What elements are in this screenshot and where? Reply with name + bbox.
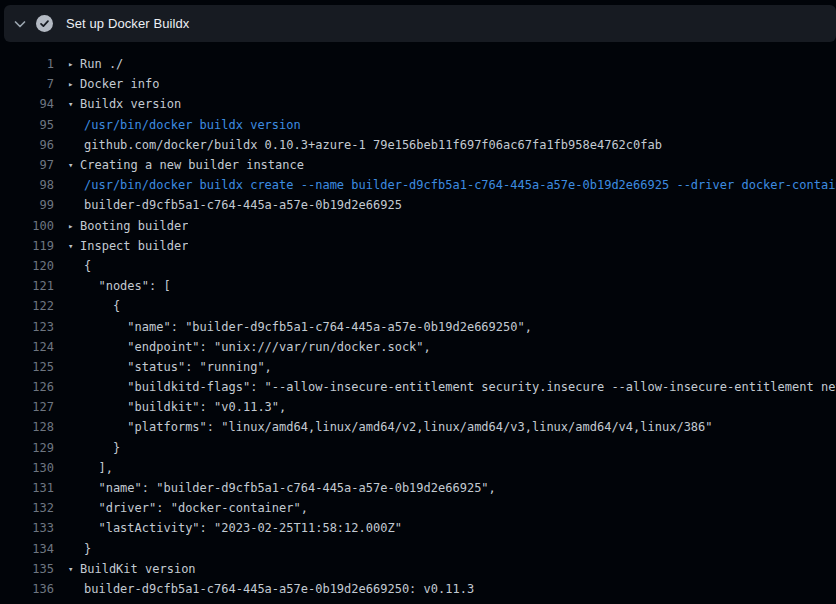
log-line: 130 ▸ ], bbox=[0, 458, 836, 478]
log-line-text[interactable]: Buildx version bbox=[80, 97, 181, 111]
log-group-line: 97 ▾Creating a new builder instance bbox=[0, 155, 836, 175]
log-line-number[interactable]: 94 bbox=[0, 97, 54, 111]
log-line-text: "endpoint": "unix:///var/run/docker.sock… bbox=[84, 340, 431, 354]
log-line-text: "name": "builder-d9cfb5a1-c764-445a-a57e… bbox=[84, 481, 496, 495]
log-line-text[interactable]: Booting builder bbox=[80, 219, 188, 233]
log-line-text: /usr/bin/docker buildx create --name bui… bbox=[84, 178, 836, 192]
log-group-line: 7 ▸Docker info bbox=[0, 74, 836, 94]
log-line-number[interactable]: 95 bbox=[0, 118, 54, 132]
log-line-text: "nodes": [ bbox=[84, 279, 171, 293]
log-line: 125 ▸ "status": "running", bbox=[0, 357, 836, 377]
log-line: 132 ▸ "driver": "docker-container", bbox=[0, 498, 836, 518]
log-line: 128 ▸ "platforms": "linux/amd64,linux/am… bbox=[0, 417, 836, 437]
log-line: 133 ▸ "lastActivity": "2023-02-25T11:58:… bbox=[0, 518, 836, 538]
log-line-number[interactable]: 7 bbox=[0, 77, 54, 91]
log-line: 136 ▸builder-d9cfb5a1-c764-445a-a57e-0b1… bbox=[0, 579, 836, 599]
log-line-number[interactable]: 1 bbox=[0, 57, 54, 71]
log-group-line: 135 ▾BuildKit version bbox=[0, 559, 836, 579]
log-line-text[interactable]: BuildKit version bbox=[80, 562, 196, 576]
log-line-text: /usr/bin/docker buildx version bbox=[84, 118, 301, 132]
log-line-text: builder-d9cfb5a1-c764-445a-a57e-0b19d2e6… bbox=[84, 198, 402, 212]
log-line-text: "buildkit": "v0.11.3", bbox=[84, 400, 286, 414]
log-line-number[interactable]: 124 bbox=[0, 340, 54, 354]
log-line-number[interactable]: 120 bbox=[0, 259, 54, 273]
log-line: 120 ▸{ bbox=[0, 256, 836, 276]
log-line-text: { bbox=[84, 259, 91, 273]
log-line-text: "name": "builder-d9cfb5a1-c764-445a-a57e… bbox=[84, 320, 532, 334]
log-line-number[interactable]: 131 bbox=[0, 481, 54, 495]
log-line-text[interactable]: Run ./ bbox=[80, 57, 123, 71]
log-line-text: } bbox=[84, 542, 91, 556]
log-group-line: 100 ▸Booting builder bbox=[0, 216, 836, 236]
log-line-number[interactable]: 130 bbox=[0, 461, 54, 475]
group-collapse-icon[interactable]: ▾ bbox=[68, 94, 80, 114]
log-group-line: 119 ▾Inspect builder bbox=[0, 236, 836, 256]
log-line: 129 ▸ } bbox=[0, 438, 836, 458]
log-line-number[interactable]: 135 bbox=[0, 562, 54, 576]
log-line: 131 ▸ "name": "builder-d9cfb5a1-c764-445… bbox=[0, 478, 836, 498]
log-line-text: { bbox=[84, 299, 120, 313]
log-line: 126 ▸ "buildkitd-flags": "--allow-insecu… bbox=[0, 377, 836, 397]
log-line-number[interactable]: 96 bbox=[0, 138, 54, 152]
log-line: 95 ▸/usr/bin/docker buildx version bbox=[0, 115, 836, 135]
log-line: 127 ▸ "buildkit": "v0.11.3", bbox=[0, 397, 836, 417]
check-circle-icon bbox=[36, 15, 53, 32]
log-line-text: "buildkitd-flags": "--allow-insecure-ent… bbox=[84, 380, 836, 394]
log-line-number[interactable]: 127 bbox=[0, 400, 54, 414]
log-line: 124 ▸ "endpoint": "unix:///var/run/docke… bbox=[0, 337, 836, 357]
log-line-number[interactable]: 133 bbox=[0, 521, 54, 535]
log-line-text[interactable]: Docker info bbox=[80, 77, 159, 91]
log-group-line: 94 ▾Buildx version bbox=[0, 94, 836, 114]
log-line-number[interactable]: 126 bbox=[0, 380, 54, 394]
log-line-text: github.com/docker/buildx 0.10.3+azure-1 … bbox=[84, 138, 662, 152]
log-line-number[interactable]: 97 bbox=[0, 158, 54, 172]
group-expand-icon[interactable]: ▸ bbox=[68, 54, 80, 74]
step-title: Set up Docker Buildx bbox=[66, 16, 189, 31]
log-line-text: ], bbox=[84, 461, 113, 475]
log-area: 1 ▸Run ./ 7 ▸Docker info 94 ▾Buildx vers… bbox=[0, 42, 836, 604]
step-header[interactable]: Set up Docker Buildx bbox=[4, 5, 836, 42]
log-line-text: "driver": "docker-container", bbox=[84, 501, 308, 515]
group-expand-icon[interactable]: ▸ bbox=[68, 216, 80, 236]
log-line-number[interactable]: 123 bbox=[0, 320, 54, 334]
log-line-number[interactable]: 98 bbox=[0, 178, 54, 192]
log-line-text: "status": "running", bbox=[84, 360, 272, 374]
log-line: 123 ▸ "name": "builder-d9cfb5a1-c764-445… bbox=[0, 316, 836, 336]
log-line-text: builder-d9cfb5a1-c764-445a-a57e-0b19d2e6… bbox=[84, 582, 474, 596]
log-line: 134 ▸} bbox=[0, 539, 836, 559]
log-group-line: 1 ▸Run ./ bbox=[0, 54, 836, 74]
group-expand-icon[interactable]: ▸ bbox=[68, 74, 80, 94]
log-line-number[interactable]: 100 bbox=[0, 219, 54, 233]
log-line-number[interactable]: 136 bbox=[0, 582, 54, 596]
log-line-number[interactable]: 122 bbox=[0, 299, 54, 313]
log-line-text[interactable]: Inspect builder bbox=[80, 239, 188, 253]
log-line-number[interactable]: 132 bbox=[0, 501, 54, 515]
log-line: 96 ▸github.com/docker/buildx 0.10.3+azur… bbox=[0, 135, 836, 155]
log-line: 121 ▸ "nodes": [ bbox=[0, 276, 836, 296]
log-line-text[interactable]: Creating a new builder instance bbox=[80, 158, 304, 172]
log-line-number[interactable]: 121 bbox=[0, 279, 54, 293]
log-line-text: } bbox=[84, 441, 120, 455]
chevron-down-icon[interactable] bbox=[4, 16, 36, 32]
log-line-text: "platforms": "linux/amd64,linux/amd64/v2… bbox=[84, 420, 713, 434]
group-collapse-icon[interactable]: ▾ bbox=[68, 236, 80, 256]
log-line-number[interactable]: 129 bbox=[0, 441, 54, 455]
log-line-number[interactable]: 125 bbox=[0, 360, 54, 374]
log-line-number[interactable]: 99 bbox=[0, 198, 54, 212]
log-line-text: "lastActivity": "2023-02-25T11:58:12.000… bbox=[84, 521, 402, 535]
log-line-number[interactable]: 134 bbox=[0, 542, 54, 556]
group-collapse-icon[interactable]: ▾ bbox=[68, 155, 80, 175]
log-line-number[interactable]: 128 bbox=[0, 420, 54, 434]
log-line-number[interactable]: 119 bbox=[0, 239, 54, 253]
group-collapse-icon[interactable]: ▾ bbox=[68, 559, 80, 579]
log-line: 99 ▸builder-d9cfb5a1-c764-445a-a57e-0b19… bbox=[0, 195, 836, 215]
log-line: 122 ▸ { bbox=[0, 296, 836, 316]
log-line: 98 ▸/usr/bin/docker buildx create --name… bbox=[0, 175, 836, 195]
